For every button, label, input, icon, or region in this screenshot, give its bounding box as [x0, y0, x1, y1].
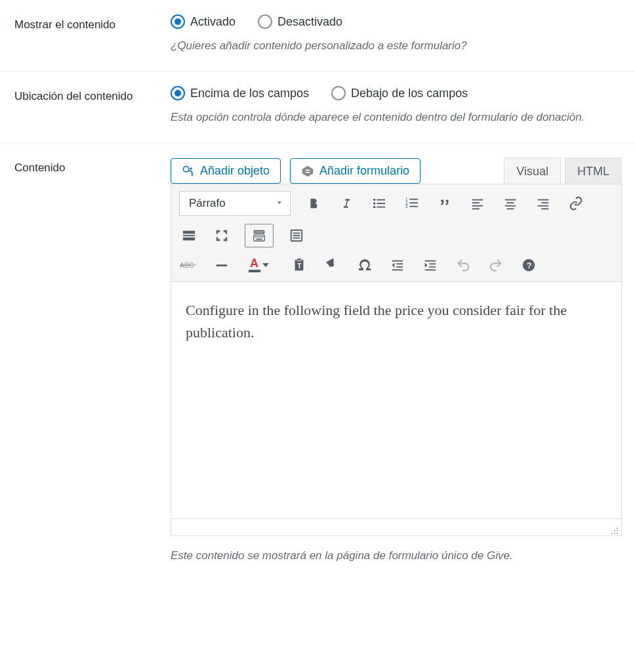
svg-marker-2 — [302, 165, 314, 177]
radio-activado[interactable]: Activado — [171, 14, 236, 29]
svg-rect-35 — [258, 232, 260, 233]
strikethrough-button[interactable]: ABC — [179, 255, 199, 275]
svg-text:?: ? — [527, 261, 532, 270]
svg-rect-27 — [538, 205, 549, 207]
svg-rect-29 — [183, 231, 195, 234]
radio-indicator-icon — [171, 86, 185, 100]
svg-rect-61 — [392, 269, 403, 270]
radio-desactivado-label: Desactivado — [277, 15, 342, 29]
bold-button[interactable] — [304, 194, 323, 213]
form-icon — [301, 165, 314, 178]
svg-rect-62 — [425, 261, 436, 262]
radio-below-label: Debajo de los campos — [351, 87, 468, 100]
redo-button[interactable] — [486, 255, 506, 275]
svg-rect-40 — [256, 236, 258, 238]
svg-rect-10 — [377, 207, 385, 208]
row-show-content: Mostrar el contenido Activado Desactivad… — [0, 0, 635, 72]
radio-indicator-icon — [258, 14, 272, 29]
svg-point-73 — [617, 533, 618, 534]
svg-point-70 — [617, 530, 618, 532]
paste-text-button[interactable]: T — [289, 255, 309, 275]
svg-rect-53 — [249, 270, 260, 272]
svg-rect-44 — [256, 239, 262, 240]
svg-rect-14 — [409, 202, 418, 203]
svg-point-71 — [611, 533, 613, 534]
clear-formatting-button[interactable] — [322, 255, 342, 275]
add-form-label: Añadir formulario — [319, 164, 409, 178]
label-content-location: Ubicación del contenido — [0, 86, 171, 124]
row-content-editor: Contenido Añadir objeto Añadir formulari… — [0, 143, 635, 581]
italic-button[interactable] — [337, 194, 356, 213]
help-show-content: ¿Quieres añadir contenido personalizado … — [171, 39, 622, 52]
help-button[interactable]: ? — [519, 255, 539, 275]
svg-rect-58 — [392, 261, 403, 262]
read-more-button[interactable] — [179, 226, 199, 245]
label-content: Contenido — [0, 158, 171, 562]
svg-rect-23 — [505, 205, 516, 207]
blockquote-button[interactable] — [435, 194, 455, 213]
text-color-button[interactable]: A — [245, 255, 276, 275]
help-content-editor: Este contenido se mostrará en la página … — [171, 549, 622, 562]
svg-rect-25 — [538, 200, 549, 201]
svg-point-5 — [373, 199, 376, 201]
fullscreen-button[interactable] — [212, 226, 232, 245]
svg-rect-30 — [183, 235, 195, 236]
add-object-button[interactable]: Añadir objeto — [171, 158, 281, 184]
svg-text:T: T — [297, 262, 302, 270]
align-center-button[interactable] — [501, 194, 520, 213]
svg-rect-28 — [541, 208, 548, 209]
svg-rect-59 — [396, 263, 403, 264]
svg-rect-8 — [377, 203, 385, 204]
svg-rect-6 — [377, 200, 385, 201]
bullet-list-button[interactable] — [369, 194, 389, 213]
indent-button[interactable] — [420, 255, 440, 275]
radio-below-fields[interactable]: Debajo de los campos — [331, 86, 468, 100]
svg-rect-3 — [306, 169, 310, 171]
radio-desactivado[interactable]: Desactivado — [258, 14, 342, 29]
link-button[interactable] — [566, 194, 586, 213]
svg-rect-48 — [293, 238, 300, 239]
svg-rect-37 — [262, 232, 264, 233]
svg-text:3: 3 — [405, 204, 408, 209]
svg-rect-16 — [409, 206, 418, 207]
outdent-button[interactable] — [388, 255, 407, 275]
svg-point-72 — [614, 533, 615, 534]
svg-point-1 — [190, 167, 192, 169]
svg-rect-55 — [297, 259, 301, 261]
help-content-location: Esta opción controla dónde aparece el co… — [171, 111, 622, 124]
row-content-location: Ubicación del contenido Encima de los ca… — [0, 72, 635, 143]
svg-rect-51 — [216, 264, 228, 266]
chevron-down-icon — [276, 197, 283, 210]
label-show-content: Mostrar el contenido — [0, 14, 171, 52]
media-icon — [182, 165, 195, 178]
format-select[interactable]: Párrafo — [179, 191, 291, 216]
svg-rect-31 — [183, 238, 195, 241]
svg-rect-34 — [256, 232, 258, 233]
svg-rect-17 — [472, 200, 483, 201]
svg-rect-24 — [507, 208, 514, 209]
tab-html[interactable]: HTML — [565, 158, 622, 184]
tab-visual[interactable]: Visual — [504, 158, 561, 184]
numbered-list-button[interactable]: 123 — [402, 194, 422, 213]
svg-rect-26 — [541, 202, 548, 203]
add-form-button[interactable]: Añadir formulario — [290, 158, 420, 184]
format-select-value: Párrafo — [189, 197, 226, 210]
svg-rect-22 — [507, 202, 514, 203]
undo-button[interactable] — [453, 255, 473, 275]
editor-toolbar: Párrafo 123 — [171, 184, 621, 282]
toolbar-toggle-button[interactable] — [245, 224, 274, 247]
special-character-button[interactable] — [355, 255, 375, 275]
editor-content[interactable]: Configure in the following field the pri… — [171, 282, 621, 518]
svg-rect-65 — [425, 269, 436, 270]
shortcode-list-button[interactable] — [287, 226, 306, 245]
svg-rect-12 — [409, 199, 418, 200]
svg-rect-39 — [255, 236, 256, 238]
align-right-button[interactable] — [533, 194, 553, 213]
svg-rect-57 — [326, 269, 338, 271]
radio-above-fields[interactable]: Encima de los campos — [171, 86, 309, 100]
resize-grip-icon[interactable] — [609, 525, 619, 534]
align-left-button[interactable] — [468, 194, 487, 213]
svg-rect-41 — [258, 236, 260, 238]
horizontal-rule-button[interactable] — [212, 255, 232, 275]
radio-activado-label: Activado — [190, 15, 236, 29]
